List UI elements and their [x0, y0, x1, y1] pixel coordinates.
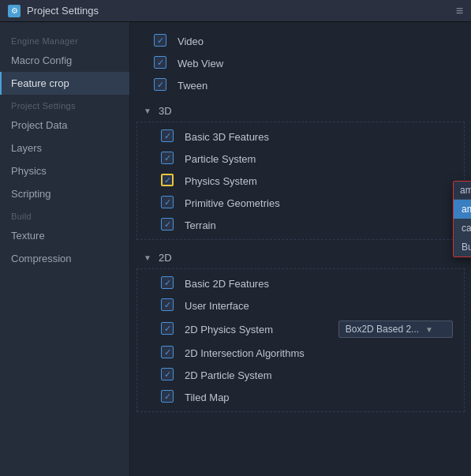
sidebar-item-feature-crop[interactable]: Feature crop: [0, 72, 129, 95]
feature-label-tween: Tween: [178, 80, 460, 92]
feature-label-video: Video: [178, 36, 460, 47]
checkbox-box-physics-system: [161, 174, 174, 186]
section-title: 3D: [159, 105, 172, 117]
checkbox-box-video: [154, 34, 166, 47]
section-title: 2D: [159, 252, 172, 264]
checkbox-box-terrain: [161, 218, 174, 231]
feature-label-2d-physics-system: 2D Physics System: [185, 324, 338, 335]
checkbox-box-2d-physics-system: [161, 322, 174, 335]
section-arrow: ▼: [141, 104, 154, 117]
checkbox-box-tween: [154, 78, 166, 91]
section-body-3d: Basic 3D FeaturesParticle SystemPhysics …: [136, 122, 465, 240]
checkbox-terrain[interactable]: [161, 218, 175, 232]
section-header-3d[interactable]: ▼ 3D: [130, 99, 471, 122]
feature-row-2d-intersection: 2D Intersection Algorithms: [137, 342, 464, 364]
section-3d: ▼ 3DBasic 3D FeaturesParticle SystemPhys…: [130, 99, 471, 240]
title-bar: ⚙ Project Settings ≡: [0, 0, 471, 22]
checkbox-particle-system[interactable]: [161, 152, 175, 166]
physics-option-0[interactable]: ammo.js Based Physics System: [454, 200, 471, 219]
feature-row-tween: Tween: [130, 74, 471, 96]
feature-row-terrain: Terrain: [137, 214, 464, 236]
feature-row-video: Video: [130, 30, 471, 52]
checkbox-primitive-geometries[interactable]: [161, 196, 175, 210]
feature-label-basic-3d: Basic 3D Features: [185, 131, 453, 143]
section-2d: ▼ 2DBasic 2D FeaturesUser Interface2D Ph…: [130, 246, 471, 412]
feature-label-primitive-geometries: Primitive Geometries: [185, 197, 453, 209]
feature-label-tiled-map: Tiled Map: [185, 392, 453, 403]
section-body-2d: Basic 2D FeaturesUser Interface2D Physic…: [136, 268, 465, 412]
checkbox-box-tiled-map: [161, 390, 174, 403]
checkbox-box-web-view: [154, 56, 166, 69]
checkbox-basic-3d[interactable]: [161, 129, 175, 144]
sidebar-section-label: Project Settings: [0, 95, 129, 114]
physics-dropdown-open[interactable]: ammo.js Based ...▼ammo.js Based Physics …: [453, 181, 471, 257]
section-arrow: ▼: [141, 251, 154, 264]
feature-label-terrain: Terrain: [185, 219, 453, 231]
physics-dropdown-header[interactable]: ammo.js Based ...▼: [454, 182, 471, 200]
feature-label-physics-system: Physics System: [185, 175, 453, 187]
checkbox-2d-particle-system[interactable]: [161, 368, 175, 382]
menu-icon[interactable]: ≡: [456, 4, 463, 18]
feature-row-2d-particle-system: 2D Particle System: [137, 364, 464, 386]
checkbox-box-basic-2d: [161, 276, 174, 289]
checkbox-tiled-map[interactable]: [161, 390, 175, 404]
feature-label-particle-system: Particle System: [185, 153, 453, 165]
physics-option-2[interactable]: Builtin Physics System: [454, 238, 471, 257]
sidebar: Engine ManagerMacro ConfigFeature cropPr…: [0, 22, 130, 476]
feature-row-tiled-map: Tiled Map: [137, 386, 464, 408]
main-layout: Engine ManagerMacro ConfigFeature cropPr…: [0, 22, 471, 476]
checkbox-tween[interactable]: [154, 78, 168, 92]
feature-row-web-view: Web View: [130, 52, 471, 74]
feature-row-particle-system: Particle System: [137, 148, 464, 170]
dropdown-value-2d-physics-system: Box2D Based 2...: [346, 324, 419, 335]
checkbox-physics-system[interactable]: [161, 174, 175, 188]
feature-label-2d-intersection: 2D Intersection Algorithms: [185, 347, 453, 359]
sidebar-item-physics[interactable]: Physics: [0, 159, 129, 182]
sidebar-item-scripting[interactable]: Scripting: [0, 182, 129, 205]
feature-row-basic-3d: Basic 3D Features: [137, 126, 464, 148]
sidebar-item-macro-config[interactable]: Macro Config: [0, 49, 129, 72]
checkbox-video[interactable]: [154, 34, 168, 48]
feature-label-web-view: Web View: [178, 58, 460, 69]
sidebar-item-project-data[interactable]: Project Data: [0, 114, 129, 137]
checkbox-box-primitive-geometries: [161, 196, 174, 208]
dropdown-arrow-icon: ▼: [425, 325, 433, 334]
main-content: VideoWeb ViewTween▼ 3DBasic 3D FeaturesP…: [130, 22, 471, 476]
checkbox-box-user-interface: [161, 298, 174, 311]
feature-label-basic-2d: Basic 2D Features: [185, 278, 453, 290]
checkbox-box-basic-3d: [161, 129, 174, 142]
section-top-features: VideoWeb ViewTween: [130, 30, 471, 96]
checkbox-web-view[interactable]: [154, 56, 168, 70]
feature-row-basic-2d: Basic 2D Features: [137, 272, 464, 294]
checkbox-2d-intersection[interactable]: [161, 346, 175, 360]
sidebar-section-label: Engine Manager: [0, 30, 129, 49]
app-icon: ⚙: [8, 5, 21, 17]
checkbox-2d-physics-system[interactable]: [161, 322, 175, 336]
window-title: Project Settings: [27, 5, 99, 17]
physics-option-1[interactable]: cannon.js Based Physics system: [454, 219, 471, 238]
dropdown-2d-physics-system[interactable]: Box2D Based 2...▼: [338, 320, 453, 338]
checkbox-box-2d-particle-system: [161, 368, 174, 380]
checkbox-basic-2d[interactable]: [161, 276, 175, 290]
checkbox-box-2d-intersection: [161, 346, 174, 358]
feature-label-user-interface: User Interface: [185, 300, 453, 312]
feature-row-2d-physics-system: 2D Physics SystemBox2D Based 2...▼: [137, 317, 464, 342]
feature-label-2d-particle-system: 2D Particle System: [185, 369, 453, 381]
sidebar-item-compression[interactable]: Compression: [0, 247, 129, 270]
sidebar-item-layers[interactable]: Layers: [0, 137, 129, 159]
section-body-top-features: VideoWeb ViewTween: [130, 30, 471, 96]
dropdown-wrapper-2d-physics-system: Box2D Based 2...▼: [338, 320, 453, 338]
section-header-2d[interactable]: ▼ 2D: [130, 246, 471, 268]
sidebar-section-label: Build: [0, 205, 129, 224]
checkbox-box-particle-system: [161, 152, 174, 164]
feature-row-user-interface: User Interface: [137, 294, 464, 317]
feature-row-physics-system: Physics Systemammo.js Based ...▼ammo.js …: [137, 170, 464, 192]
sidebar-item-texture[interactable]: Texture: [0, 224, 129, 247]
physics-dropdown-current: ammo.js Based ...: [460, 185, 471, 196]
feature-row-primitive-geometries: Primitive Geometries: [137, 192, 464, 214]
checkbox-user-interface[interactable]: [161, 298, 175, 313]
